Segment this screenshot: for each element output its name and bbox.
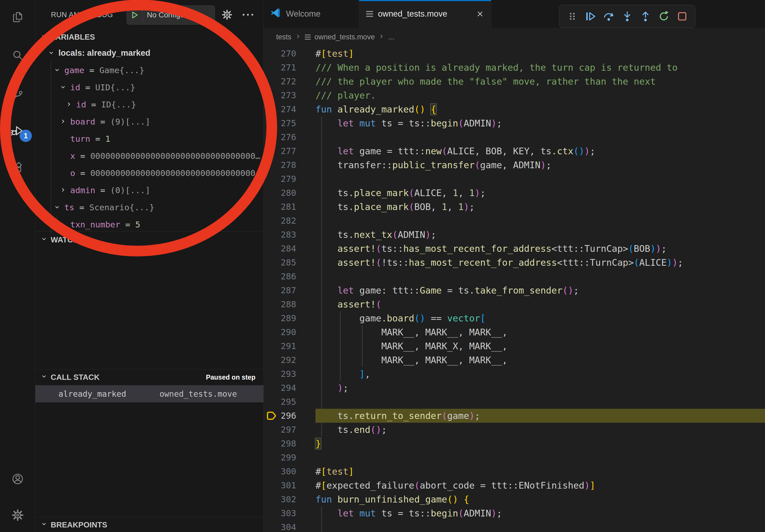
code-line-279[interactable]: 279 [264,172,765,186]
code-line-297[interactable]: 297 ts.end(); [264,423,765,437]
variable-row-admin[interactable]: admin = (0)[...] [35,182,264,199]
line-number[interactable]: 275 [264,116,296,130]
variable-scope-row[interactable]: locals: already_marked [35,45,264,62]
chevron-right-icon[interactable] [60,118,67,125]
step-over-button[interactable] [601,9,616,24]
code-line-292[interactable]: 292 MARK__, MARK__, MARK__, [264,353,765,367]
line-number[interactable]: 300 [264,464,296,478]
line-number[interactable]: 299 [264,450,296,464]
line-number[interactable]: 289 [264,311,296,325]
line-number[interactable]: 291 [264,339,296,353]
activity-item-extensions[interactable] [0,155,35,182]
variable-row-board[interactable]: board = (9)[...] [35,113,264,130]
activity-item-account[interactable] [0,466,35,493]
code-line-291[interactable]: 291 MARK__, MARK_X, MARK__, [264,339,765,353]
code-line-277[interactable]: 277 let game = ttt::new(ALICE, BOB, KEY,… [264,144,765,158]
line-number[interactable]: 284 [264,242,296,256]
chevron-down-icon[interactable] [54,204,61,210]
code-editor[interactable]: 270#[test]271/// When a position is alre… [264,46,765,532]
step-into-button[interactable] [620,9,635,24]
line-number[interactable]: 273 [264,89,296,102]
line-number[interactable]: 290 [264,325,296,339]
activity-item-run-debug[interactable]: 1 [0,118,35,145]
line-number[interactable]: 301 [264,478,296,492]
line-number[interactable]: 292 [264,353,296,367]
line-number[interactable]: 271 [264,61,296,75]
activity-item-settings[interactable] [0,502,35,529]
breadcrumb-item-file[interactable]: owned_tests.move [315,33,375,41]
line-number[interactable]: 297 [264,423,296,437]
line-number[interactable]: 272 [264,75,296,89]
drag-grip-handle[interactable] [565,9,580,24]
code-line-288[interactable]: 288 assert!( [264,297,765,311]
variable-row-id[interactable]: id = UID{...} [35,79,264,96]
code-line-296[interactable]: 296 ts.return_to_sender(game); [264,409,765,423]
line-number[interactable]: 283 [264,228,296,242]
line-number[interactable]: 277 [264,144,296,158]
step-out-button[interactable] [638,9,653,24]
variables-section-header[interactable]: VARIABLES [35,30,264,45]
variable-row-turn[interactable]: turn = 1 [35,130,264,147]
breakpoints-section-header[interactable]: BREAKPOINTS [35,517,264,532]
line-number[interactable]: 280 [264,186,296,200]
line-number[interactable]: 278 [264,158,296,172]
line-number[interactable]: 302 [264,492,296,506]
call-stack-frame[interactable]: already_markedowned_tests.move [35,385,264,402]
code-line-286[interactable]: 286 [264,269,765,283]
line-number[interactable]: 282 [264,214,296,228]
activity-item-explorer[interactable] [0,5,35,31]
code-line-275[interactable]: 275 let mut ts = ts::begin(ADMIN); [264,116,765,130]
chevron-down-icon[interactable] [54,67,61,73]
variable-row-x[interactable]: x = 000000000000000000000000000000000… [35,147,264,164]
chevron-right-icon[interactable] [60,186,67,193]
debug-settings-button[interactable] [221,9,233,22]
watch-section-header[interactable]: WATCH [35,231,264,248]
code-line-285[interactable]: 285 assert!(!ts::has_most_recent_for_add… [264,256,765,269]
line-number[interactable]: 286 [264,269,296,283]
variable-row-id[interactable]: id = ID{...} [35,96,264,113]
line-number[interactable]: 298 [264,437,296,450]
code-line-287[interactable]: 287 let game: ttt::Game = ts.take_from_s… [264,283,765,297]
code-line-294[interactable]: 294 ); [264,381,765,395]
code-line-283[interactable]: 283 ts.next_tx(ADMIN); [264,228,765,242]
code-line-304[interactable]: 304 [264,520,765,532]
code-line-295[interactable]: 295 [264,395,765,409]
code-line-289[interactable]: 289 game.board() == vector[ [264,311,765,325]
line-number[interactable]: 276 [264,130,296,144]
line-number[interactable]: 296 [264,409,296,423]
breadcrumb-item-tests[interactable]: tests [276,33,291,41]
call-stack-section-header[interactable]: CALL STACK Paused on step [35,369,264,385]
chevron-down-icon[interactable] [60,84,67,91]
line-number[interactable]: 288 [264,297,296,311]
tab-owned-tests-move[interactable]: owned_tests.move [359,0,491,28]
code-line-278[interactable]: 278 transfer::public_transfer(game, ADMI… [264,158,765,172]
line-number[interactable]: 304 [264,520,296,532]
variable-row-txn_number[interactable]: txn_number = 5 [35,216,264,233]
line-number[interactable]: 287 [264,283,296,297]
code-line-270[interactable]: 270#[test] [264,47,765,61]
code-line-273[interactable]: 273/// player. [264,89,765,102]
activity-item-search[interactable] [0,43,35,70]
code-line-301[interactable]: 301#[expected_failure(abort_code = ttt::… [264,478,765,492]
code-line-281[interactable]: 281 ts.place_mark(BOB, 1, 1); [264,200,765,214]
code-line-302[interactable]: 302fun burn_unfinished_game() { [264,492,765,506]
code-line-276[interactable]: 276 [264,130,765,144]
line-number[interactable]: 270 [264,47,296,61]
line-number[interactable]: 285 [264,256,296,269]
more-actions-button[interactable]: ··· [242,0,255,30]
code-line-274[interactable]: 274fun already_marked() { [264,102,765,116]
line-number[interactable]: 303 [264,506,296,520]
code-line-300[interactable]: 300#[test] [264,464,765,478]
line-number[interactable]: 281 [264,200,296,214]
restart-button[interactable] [656,9,671,24]
chevron-right-icon[interactable] [65,101,72,108]
line-number[interactable]: 293 [264,367,296,381]
code-line-303[interactable]: 303 let mut ts = ts::begin(ADMIN); [264,506,765,520]
continue-button[interactable] [583,9,598,24]
code-line-299[interactable]: 299 [264,450,765,464]
close-icon[interactable] [476,10,484,18]
code-line-271[interactable]: 271/// When a position is already marked… [264,61,765,75]
line-number[interactable]: 294 [264,381,296,395]
code-line-272[interactable]: 272/// the player who made the "false" m… [264,75,765,89]
start-debug-button[interactable] [127,6,142,24]
